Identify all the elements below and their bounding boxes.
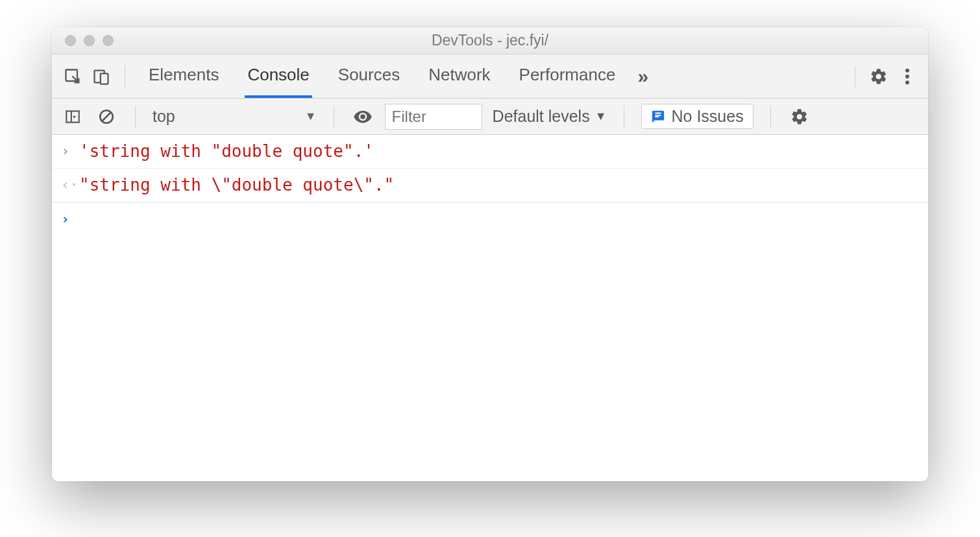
input-chevron-icon: › bbox=[61, 139, 79, 161]
devtools-window: DevTools - jec.fyi/ Elements Console Sou… bbox=[52, 27, 928, 481]
console-row-output: ‹· "string with \"double quote\"." bbox=[52, 169, 928, 202]
tab-console[interactable]: Console bbox=[245, 54, 312, 98]
svg-point-3 bbox=[905, 68, 909, 72]
console-body[interactable]: › 'string with "double quote".' ‹· "stri… bbox=[52, 135, 928, 481]
panel-tabbar: Elements Console Sources Network Perform… bbox=[52, 54, 928, 99]
inspect-element-icon[interactable] bbox=[61, 65, 84, 88]
divider bbox=[334, 106, 334, 128]
levels-label: Default levels bbox=[493, 107, 590, 126]
console-row-input: › 'string with "double quote".' bbox=[52, 135, 928, 169]
traffic-lights bbox=[52, 35, 114, 46]
issues-button[interactable]: No Issues bbox=[641, 104, 753, 129]
prompt-input[interactable] bbox=[79, 207, 919, 225]
chevron-down-icon: ▼ bbox=[305, 110, 317, 123]
device-toggle-icon[interactable] bbox=[90, 65, 113, 88]
minimize-dot[interactable] bbox=[84, 35, 95, 46]
svg-point-5 bbox=[905, 80, 909, 84]
svg-line-8 bbox=[103, 112, 111, 121]
zoom-dot[interactable] bbox=[103, 35, 114, 46]
divider bbox=[855, 66, 855, 88]
clear-console-icon[interactable] bbox=[95, 105, 118, 128]
tab-elements[interactable]: Elements bbox=[146, 54, 221, 98]
settings-icon[interactable] bbox=[867, 65, 890, 88]
issues-icon bbox=[651, 110, 665, 124]
context-selector[interactable]: top ▼ bbox=[153, 107, 317, 126]
divider bbox=[125, 66, 125, 88]
divider bbox=[624, 106, 624, 128]
titlebar: DevTools - jec.fyi/ bbox=[52, 27, 928, 54]
prompt-chevron-icon: › bbox=[61, 207, 79, 230]
divider bbox=[770, 106, 771, 128]
tab-performance[interactable]: Performance bbox=[517, 54, 619, 98]
live-expression-icon[interactable] bbox=[351, 105, 374, 128]
log-levels-selector[interactable]: Default levels ▼ bbox=[493, 107, 607, 126]
console-settings-icon[interactable] bbox=[788, 105, 811, 128]
chevron-down-icon: ▼ bbox=[595, 110, 607, 123]
filter-input[interactable] bbox=[385, 104, 482, 130]
window-title: DevTools - jec.fyi/ bbox=[432, 32, 548, 49]
tab-sources[interactable]: Sources bbox=[336, 54, 402, 98]
sidebar-toggle-icon[interactable] bbox=[61, 105, 84, 128]
console-toolbar: top ▼ Default levels ▼ No Issues bbox=[52, 99, 928, 135]
svg-rect-6 bbox=[66, 111, 79, 122]
context-label: top bbox=[153, 107, 175, 126]
divider bbox=[135, 106, 136, 128]
console-text: "string with \"double quote\"." bbox=[79, 173, 394, 198]
console-text: 'string with "double quote".' bbox=[79, 139, 374, 164]
panel-tabs: Elements Console Sources Network Perform… bbox=[146, 54, 618, 98]
console-prompt-row[interactable]: › bbox=[52, 202, 928, 233]
svg-point-4 bbox=[905, 74, 909, 78]
more-tabs-icon[interactable]: » bbox=[637, 66, 648, 88]
issues-label: No Issues bbox=[672, 107, 744, 126]
tab-network[interactable]: Network bbox=[426, 54, 493, 98]
kebab-menu-icon[interactable] bbox=[896, 65, 919, 88]
output-chevron-icon: ‹· bbox=[61, 173, 79, 195]
svg-rect-2 bbox=[101, 73, 108, 84]
close-dot[interactable] bbox=[65, 35, 76, 46]
